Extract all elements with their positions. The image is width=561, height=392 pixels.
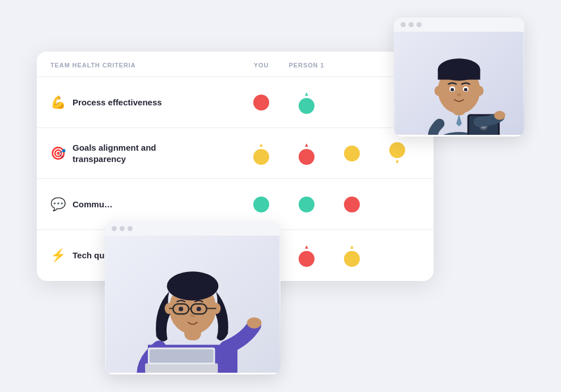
criteria-label: Commu…: [73, 199, 113, 210]
dot-green: [253, 197, 269, 212]
svg-point-23: [247, 317, 262, 329]
svg-rect-5: [438, 70, 481, 80]
chrome-dot-1: [401, 22, 406, 27]
header-col3: [329, 52, 375, 76]
table-row: 🎯 Goals alignment andtransparency ▲ ▲: [37, 128, 434, 179]
header-criteria: TEAM HEALTH CRITERIA: [50, 52, 239, 76]
dot-cell-you-2: [239, 197, 284, 212]
chrome-dot-2: [120, 226, 125, 231]
dot-green: [299, 98, 314, 114]
person2-video: [105, 236, 280, 373]
svg-point-35: [178, 306, 183, 311]
arrow-up-icon: ▲: [304, 244, 309, 250]
svg-point-12: [457, 93, 461, 96]
table-header: TEAM HEALTH CRITERIA You Person 1: [37, 52, 434, 77]
arrow-up-icon: ▲: [258, 142, 264, 148]
person1-illustration: [394, 32, 524, 135]
criteria-icon: 💬: [50, 197, 66, 212]
svg-point-10: [450, 88, 454, 91]
svg-point-11: [464, 88, 468, 91]
table-row: 💪 Process effectiveness ▲: [37, 77, 434, 128]
arrow-up-icon: ▲: [349, 244, 355, 250]
svg-point-7: [476, 86, 484, 96]
dot-cell-p1-0: ▲: [284, 91, 329, 114]
dot-cell-p1-3: ▲: [284, 244, 329, 267]
person2-card: [105, 221, 280, 374]
dot-cell-you-0: [239, 95, 284, 110]
criteria-label: Goals alignment andtransparency: [73, 142, 156, 164]
svg-point-19: [494, 111, 505, 120]
criteria-cell: 🎯 Goals alignment andtransparency: [50, 132, 239, 174]
dot-yellow: [344, 251, 360, 267]
dot-wrapper: ▼: [389, 142, 405, 165]
chrome-dot-2: [409, 22, 414, 27]
scene: TEAM HEALTH CRITERIA You Person 1 💪 Proc…: [37, 18, 524, 374]
dot-cell-you-1: ▲: [239, 142, 284, 165]
dot-yellow: [344, 146, 360, 161]
dot-cell-c3-3: ▲: [329, 244, 375, 267]
svg-point-36: [197, 306, 201, 311]
dot-cell-c3-1: [329, 146, 375, 161]
dot-wrapper: ▲: [344, 244, 360, 267]
chrome-dot-3: [416, 22, 422, 27]
card-chrome-2: [105, 221, 280, 236]
arrow-up-icon: ▲: [304, 91, 309, 97]
arrow-down-icon: ▼: [394, 159, 400, 165]
dot-wrapper: ▲: [299, 91, 314, 114]
dot-red: [253, 95, 269, 110]
card-chrome: [394, 18, 524, 32]
criteria-label: Process effectiveness: [73, 97, 162, 108]
person1-card: [394, 18, 524, 137]
arrow-up-icon: ▲: [304, 142, 309, 148]
dot-wrapper: ▲: [299, 142, 314, 165]
dot-wrapper: ▲: [253, 142, 269, 165]
dot-red: [299, 149, 314, 165]
criteria-icon: 💪: [50, 95, 66, 110]
dot-yellow: [389, 142, 405, 158]
dot-green: [299, 197, 314, 212]
criteria-cell: 💬 Commu…: [50, 187, 239, 222]
chrome-dot-3: [128, 226, 133, 231]
svg-rect-38: [145, 363, 218, 373]
person2-illustration: [105, 236, 280, 373]
criteria-cell: 💪 Process effectiveness: [50, 85, 239, 120]
dot-cell-p1-1: ▲: [284, 142, 329, 165]
svg-rect-40: [150, 350, 214, 363]
dot-red: [299, 251, 314, 267]
dot-cell-p1-2: [284, 197, 329, 212]
dot-cell-c4-1: ▼: [375, 142, 420, 165]
person1-video: [394, 32, 524, 135]
dot-yellow: [253, 149, 269, 165]
svg-point-27: [167, 271, 219, 300]
header-you: You: [239, 52, 284, 76]
dot-wrapper: ▲: [299, 244, 314, 267]
criteria-icon: ⚡: [50, 248, 66, 263]
dot-red: [344, 197, 360, 212]
dot-cell-c3-2: [329, 197, 375, 212]
criteria-icon: 🎯: [50, 146, 66, 161]
chrome-dot-1: [112, 226, 117, 231]
svg-point-6: [435, 86, 443, 96]
svg-point-37: [190, 314, 195, 317]
header-person1: Person 1: [284, 52, 329, 76]
